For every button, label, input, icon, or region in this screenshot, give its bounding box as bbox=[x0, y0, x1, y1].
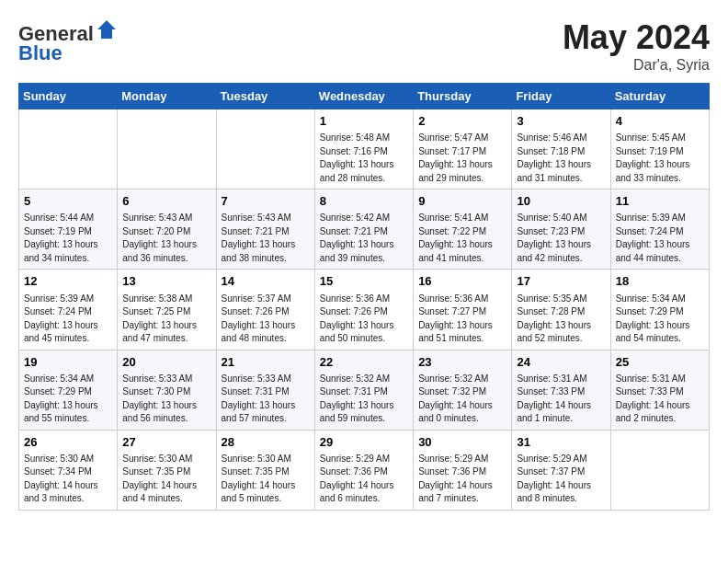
day-info: Sunrise: 5:43 AM Sunset: 7:20 PM Dayligh… bbox=[122, 212, 210, 265]
day-number: 1 bbox=[320, 113, 408, 130]
day-info: Sunrise: 5:48 AM Sunset: 7:16 PM Dayligh… bbox=[320, 132, 408, 185]
calendar-header-thursday: Thursday bbox=[414, 84, 512, 109]
calendar-cell: 13Sunrise: 5:38 AM Sunset: 7:25 PM Dayli… bbox=[118, 270, 216, 350]
calendar-week-row: 19Sunrise: 5:34 AM Sunset: 7:29 PM Dayli… bbox=[19, 350, 710, 430]
day-info: Sunrise: 5:30 AM Sunset: 7:35 PM Dayligh… bbox=[222, 453, 310, 506]
calendar-cell: 17Sunrise: 5:35 AM Sunset: 7:28 PM Dayli… bbox=[512, 270, 610, 350]
calendar-header-row: SundayMondayTuesdayWednesdayThursdayFrid… bbox=[19, 84, 710, 109]
calendar-cell bbox=[19, 109, 118, 190]
day-info: Sunrise: 5:30 AM Sunset: 7:34 PM Dayligh… bbox=[24, 453, 112, 506]
day-info: Sunrise: 5:39 AM Sunset: 7:24 PM Dayligh… bbox=[616, 212, 704, 265]
day-info: Sunrise: 5:33 AM Sunset: 7:31 PM Dayligh… bbox=[222, 373, 310, 426]
calendar-week-row: 5Sunrise: 5:44 AM Sunset: 7:19 PM Daylig… bbox=[19, 190, 710, 270]
calendar-header-monday: Monday bbox=[118, 84, 216, 109]
page: General Blue May 2024 Dar'a, Syria Sunda… bbox=[0, 0, 728, 520]
calendar-header-wednesday: Wednesday bbox=[314, 84, 413, 109]
calendar-cell: 23Sunrise: 5:32 AM Sunset: 7:32 PM Dayli… bbox=[414, 350, 512, 430]
calendar-header-saturday: Saturday bbox=[610, 84, 709, 109]
calendar-cell: 16Sunrise: 5:36 AM Sunset: 7:27 PM Dayli… bbox=[414, 270, 512, 350]
day-number: 27 bbox=[122, 434, 210, 451]
day-number: 17 bbox=[517, 273, 605, 290]
calendar-week-row: 1Sunrise: 5:48 AM Sunset: 7:16 PM Daylig… bbox=[19, 109, 710, 190]
calendar-cell: 11Sunrise: 5:39 AM Sunset: 7:24 PM Dayli… bbox=[610, 190, 709, 270]
calendar-cell: 3Sunrise: 5:46 AM Sunset: 7:18 PM Daylig… bbox=[512, 109, 610, 190]
day-number: 28 bbox=[222, 434, 310, 451]
day-number: 13 bbox=[122, 273, 210, 290]
day-number: 16 bbox=[418, 273, 506, 290]
day-number: 7 bbox=[222, 193, 310, 210]
calendar-week-row: 12Sunrise: 5:39 AM Sunset: 7:24 PM Dayli… bbox=[19, 270, 710, 350]
day-info: Sunrise: 5:33 AM Sunset: 7:30 PM Dayligh… bbox=[122, 373, 210, 426]
logo-icon bbox=[96, 18, 118, 40]
calendar-cell: 29Sunrise: 5:29 AM Sunset: 7:36 PM Dayli… bbox=[314, 430, 413, 510]
calendar-cell: 7Sunrise: 5:43 AM Sunset: 7:21 PM Daylig… bbox=[216, 190, 314, 270]
day-info: Sunrise: 5:30 AM Sunset: 7:35 PM Dayligh… bbox=[122, 453, 210, 506]
calendar-cell: 6Sunrise: 5:43 AM Sunset: 7:20 PM Daylig… bbox=[118, 190, 216, 270]
calendar-cell: 14Sunrise: 5:37 AM Sunset: 7:26 PM Dayli… bbox=[216, 270, 314, 350]
day-info: Sunrise: 5:36 AM Sunset: 7:27 PM Dayligh… bbox=[418, 293, 506, 346]
day-info: Sunrise: 5:29 AM Sunset: 7:37 PM Dayligh… bbox=[517, 453, 605, 506]
day-info: Sunrise: 5:38 AM Sunset: 7:25 PM Dayligh… bbox=[122, 293, 210, 346]
calendar-cell: 5Sunrise: 5:44 AM Sunset: 7:19 PM Daylig… bbox=[19, 190, 118, 270]
svg-marker-0 bbox=[97, 20, 116, 39]
calendar-cell: 20Sunrise: 5:33 AM Sunset: 7:30 PM Dayli… bbox=[118, 350, 216, 430]
day-number: 5 bbox=[24, 193, 112, 210]
month-year: May 2024 bbox=[563, 18, 710, 57]
calendar-cell: 10Sunrise: 5:40 AM Sunset: 7:23 PM Dayli… bbox=[512, 190, 610, 270]
day-info: Sunrise: 5:31 AM Sunset: 7:33 PM Dayligh… bbox=[616, 373, 704, 426]
calendar-cell: 12Sunrise: 5:39 AM Sunset: 7:24 PM Dayli… bbox=[19, 270, 118, 350]
calendar-cell: 18Sunrise: 5:34 AM Sunset: 7:29 PM Dayli… bbox=[610, 270, 709, 350]
calendar-cell: 2Sunrise: 5:47 AM Sunset: 7:17 PM Daylig… bbox=[414, 109, 512, 190]
day-info: Sunrise: 5:29 AM Sunset: 7:36 PM Dayligh… bbox=[320, 453, 408, 506]
day-number: 9 bbox=[418, 193, 506, 210]
day-number: 31 bbox=[517, 434, 605, 451]
calendar-cell: 25Sunrise: 5:31 AM Sunset: 7:33 PM Dayli… bbox=[610, 350, 709, 430]
day-info: Sunrise: 5:32 AM Sunset: 7:31 PM Dayligh… bbox=[320, 373, 408, 426]
day-number: 2 bbox=[418, 113, 506, 130]
calendar-cell: 22Sunrise: 5:32 AM Sunset: 7:31 PM Dayli… bbox=[314, 350, 413, 430]
day-number: 4 bbox=[616, 113, 704, 130]
location: Dar'a, Syria bbox=[563, 57, 710, 74]
day-number: 6 bbox=[122, 193, 210, 210]
day-number: 19 bbox=[24, 354, 112, 371]
day-info: Sunrise: 5:41 AM Sunset: 7:22 PM Dayligh… bbox=[418, 212, 506, 265]
day-number: 12 bbox=[24, 273, 112, 290]
day-number: 15 bbox=[320, 273, 408, 290]
day-info: Sunrise: 5:31 AM Sunset: 7:33 PM Dayligh… bbox=[517, 373, 605, 426]
day-info: Sunrise: 5:35 AM Sunset: 7:28 PM Dayligh… bbox=[517, 293, 605, 346]
calendar-cell: 15Sunrise: 5:36 AM Sunset: 7:26 PM Dayli… bbox=[314, 270, 413, 350]
day-number: 24 bbox=[517, 354, 605, 371]
day-number: 18 bbox=[616, 273, 704, 290]
day-info: Sunrise: 5:32 AM Sunset: 7:32 PM Dayligh… bbox=[418, 373, 506, 426]
calendar-header-tuesday: Tuesday bbox=[216, 84, 314, 109]
calendar-cell: 28Sunrise: 5:30 AM Sunset: 7:35 PM Dayli… bbox=[216, 430, 314, 510]
calendar-cell bbox=[216, 109, 314, 190]
calendar-header-friday: Friday bbox=[512, 84, 610, 109]
day-info: Sunrise: 5:46 AM Sunset: 7:18 PM Dayligh… bbox=[517, 132, 605, 185]
calendar-cell: 21Sunrise: 5:33 AM Sunset: 7:31 PM Dayli… bbox=[216, 350, 314, 430]
day-info: Sunrise: 5:34 AM Sunset: 7:29 PM Dayligh… bbox=[24, 373, 112, 426]
calendar-cell: 30Sunrise: 5:29 AM Sunset: 7:36 PM Dayli… bbox=[414, 430, 512, 510]
day-info: Sunrise: 5:36 AM Sunset: 7:26 PM Dayligh… bbox=[320, 293, 408, 346]
calendar-cell: 19Sunrise: 5:34 AM Sunset: 7:29 PM Dayli… bbox=[19, 350, 118, 430]
day-number: 29 bbox=[320, 434, 408, 451]
day-info: Sunrise: 5:39 AM Sunset: 7:24 PM Dayligh… bbox=[24, 293, 112, 346]
calendar-cell bbox=[118, 109, 216, 190]
day-info: Sunrise: 5:34 AM Sunset: 7:29 PM Dayligh… bbox=[616, 293, 704, 346]
calendar-cell: 27Sunrise: 5:30 AM Sunset: 7:35 PM Dayli… bbox=[118, 430, 216, 510]
calendar-week-row: 26Sunrise: 5:30 AM Sunset: 7:34 PM Dayli… bbox=[19, 430, 710, 510]
day-info: Sunrise: 5:42 AM Sunset: 7:21 PM Dayligh… bbox=[320, 212, 408, 265]
calendar-cell: 24Sunrise: 5:31 AM Sunset: 7:33 PM Dayli… bbox=[512, 350, 610, 430]
calendar-cell: 31Sunrise: 5:29 AM Sunset: 7:37 PM Dayli… bbox=[512, 430, 610, 510]
day-number: 23 bbox=[418, 354, 506, 371]
calendar-cell: 26Sunrise: 5:30 AM Sunset: 7:34 PM Dayli… bbox=[19, 430, 118, 510]
calendar-cell: 9Sunrise: 5:41 AM Sunset: 7:22 PM Daylig… bbox=[414, 190, 512, 270]
day-number: 10 bbox=[517, 193, 605, 210]
calendar-cell bbox=[610, 430, 709, 510]
calendar-header-sunday: Sunday bbox=[19, 84, 118, 109]
calendar-cell: 4Sunrise: 5:45 AM Sunset: 7:19 PM Daylig… bbox=[610, 109, 709, 190]
day-info: Sunrise: 5:43 AM Sunset: 7:21 PM Dayligh… bbox=[222, 212, 310, 265]
day-info: Sunrise: 5:40 AM Sunset: 7:23 PM Dayligh… bbox=[517, 212, 605, 265]
title-block: May 2024 Dar'a, Syria bbox=[563, 18, 710, 74]
calendar-cell: 8Sunrise: 5:42 AM Sunset: 7:21 PM Daylig… bbox=[314, 190, 413, 270]
